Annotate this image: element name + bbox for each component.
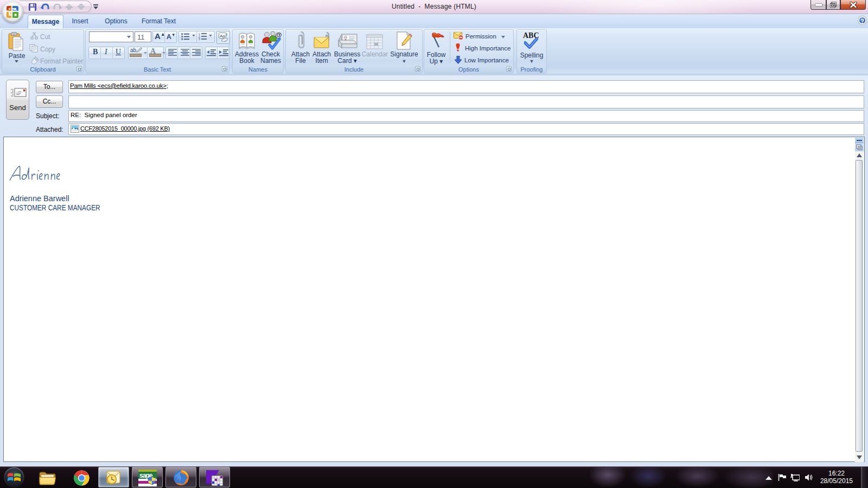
svg-text:Aa: Aa — [220, 34, 225, 38]
svg-text:3: 3 — [199, 37, 200, 40]
svg-text:@: @ — [275, 31, 282, 39]
